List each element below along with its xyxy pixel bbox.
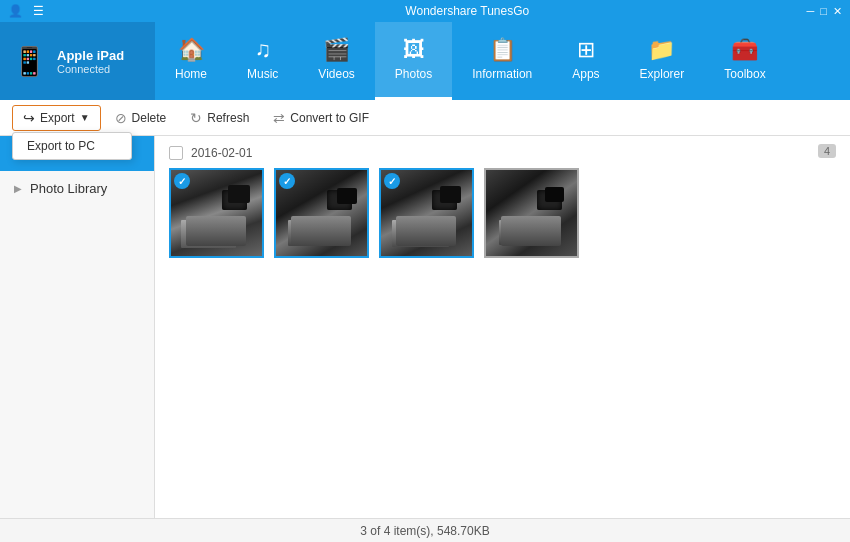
refresh-button[interactable]: ↻ Refresh bbox=[180, 106, 259, 130]
nav-item-home-label: Home bbox=[175, 67, 207, 81]
nav-item-videos-label: Videos bbox=[318, 67, 354, 81]
photo-check-1: ✓ bbox=[174, 173, 190, 189]
device-info: 📱 Apple iPad Connected bbox=[0, 22, 155, 100]
home-icon: 🏠 bbox=[178, 39, 205, 61]
title-bar-spacer: 👤 ☰ bbox=[8, 4, 128, 18]
status-text: 3 of 4 item(s), 548.70KB bbox=[360, 524, 489, 538]
main-layout: Camera Roll ▶ Photo Library 4 2016-02-01 bbox=[0, 136, 850, 518]
photos-icon: 🖼 bbox=[403, 39, 425, 61]
delete-icon: ⊘ bbox=[115, 110, 127, 126]
nav-item-music-label: Music bbox=[247, 67, 278, 81]
convert-label: Convert to GIF bbox=[290, 111, 369, 125]
refresh-icon: ↻ bbox=[190, 110, 202, 126]
delete-button[interactable]: ⊘ Delete bbox=[105, 106, 177, 130]
nav-item-photos[interactable]: 🖼 Photos bbox=[375, 22, 452, 100]
maximize-icon[interactable]: □ bbox=[820, 5, 827, 17]
export-button[interactable]: ↪ Export ▼ bbox=[12, 105, 101, 131]
app-title: Wondershare TunesGo bbox=[128, 4, 807, 18]
date-text: 2016-02-01 bbox=[191, 146, 252, 160]
minimize-icon[interactable]: ─ bbox=[807, 5, 815, 17]
videos-icon: 🎬 bbox=[323, 39, 350, 61]
nav-item-toolbox-label: Toolbox bbox=[724, 67, 765, 81]
refresh-label: Refresh bbox=[207, 111, 249, 125]
delete-label: Delete bbox=[132, 111, 167, 125]
photo-thumb-2[interactable]: ✓ bbox=[274, 168, 369, 258]
toolbar: ↪ Export ▼ Export to PC ⊘ Delete ↻ Refre… bbox=[0, 100, 850, 136]
photo-library-arrow-icon: ▶ bbox=[14, 183, 22, 194]
count-badge: 4 bbox=[818, 144, 836, 158]
nav-item-explorer-label: Explorer bbox=[640, 67, 685, 81]
device-text: Apple iPad Connected bbox=[57, 48, 124, 75]
device-icon: 📱 bbox=[12, 45, 47, 78]
content-area: 4 2016-02-01 ✓ bbox=[155, 136, 850, 518]
information-icon: 📋 bbox=[489, 39, 516, 61]
export-dropdown-arrow: ▼ bbox=[80, 112, 90, 123]
menu-icon[interactable]: ☰ bbox=[33, 4, 44, 18]
photo-check-3: ✓ bbox=[384, 173, 400, 189]
photo-thumb-3[interactable]: ✓ bbox=[379, 168, 474, 258]
sidebar-item-photo-library[interactable]: ▶ Photo Library bbox=[0, 171, 154, 206]
toolbox-icon: 🧰 bbox=[731, 39, 758, 61]
export-label: Export bbox=[40, 111, 75, 125]
device-status: Connected bbox=[57, 63, 124, 75]
apps-icon: ⊞ bbox=[577, 39, 595, 61]
nav-item-photos-label: Photos bbox=[395, 67, 432, 81]
photo-check-2: ✓ bbox=[279, 173, 295, 189]
nav-item-videos[interactable]: 🎬 Videos bbox=[298, 22, 374, 100]
date-group: 2016-02-01 ✓ ✓ bbox=[169, 146, 836, 258]
nav-items: 🏠 Home ♫ Music 🎬 Videos 🖼 Photos 📋 Infor… bbox=[155, 22, 850, 100]
sidebar-photo-library-label: Photo Library bbox=[30, 181, 107, 196]
music-icon: ♫ bbox=[254, 39, 271, 61]
nav-item-apps-label: Apps bbox=[572, 67, 599, 81]
date-checkbox[interactable] bbox=[169, 146, 183, 160]
title-bar: 👤 ☰ Wondershare TunesGo ─ □ ✕ bbox=[0, 0, 850, 22]
export-arrow-icon: ↪ bbox=[23, 110, 35, 126]
convert-gif-button[interactable]: ⇄ Convert to GIF bbox=[263, 106, 379, 130]
explorer-icon: 📁 bbox=[648, 39, 675, 61]
nav-item-toolbox[interactable]: 🧰 Toolbox bbox=[704, 22, 785, 100]
nav-item-information[interactable]: 📋 Information bbox=[452, 22, 552, 100]
export-dropdown-menu: Export to PC bbox=[12, 132, 132, 160]
nav-item-music[interactable]: ♫ Music bbox=[227, 22, 298, 100]
nav-item-explorer[interactable]: 📁 Explorer bbox=[620, 22, 705, 100]
user-icon[interactable]: 👤 bbox=[8, 4, 23, 18]
status-bar: 3 of 4 item(s), 548.70KB bbox=[0, 518, 850, 542]
nav-item-home[interactable]: 🏠 Home bbox=[155, 22, 227, 100]
photo-thumb-1[interactable]: ✓ bbox=[169, 168, 264, 258]
nav-bar: 📱 Apple iPad Connected 🏠 Home ♫ Music 🎬 … bbox=[0, 22, 850, 100]
photos-grid: ✓ ✓ ✓ bbox=[169, 168, 836, 258]
photo-thumb-4[interactable] bbox=[484, 168, 579, 258]
close-icon[interactable]: ✕ bbox=[833, 5, 842, 18]
export-to-pc-item[interactable]: Export to PC bbox=[13, 133, 131, 159]
nav-item-information-label: Information bbox=[472, 67, 532, 81]
convert-icon: ⇄ bbox=[273, 110, 285, 126]
window-controls: ─ □ ✕ bbox=[807, 5, 842, 18]
device-name: Apple iPad bbox=[57, 48, 124, 63]
photo-image-4 bbox=[486, 170, 577, 256]
date-label-row: 2016-02-01 bbox=[169, 146, 836, 160]
sidebar: Camera Roll ▶ Photo Library bbox=[0, 136, 155, 518]
nav-item-apps[interactable]: ⊞ Apps bbox=[552, 22, 619, 100]
